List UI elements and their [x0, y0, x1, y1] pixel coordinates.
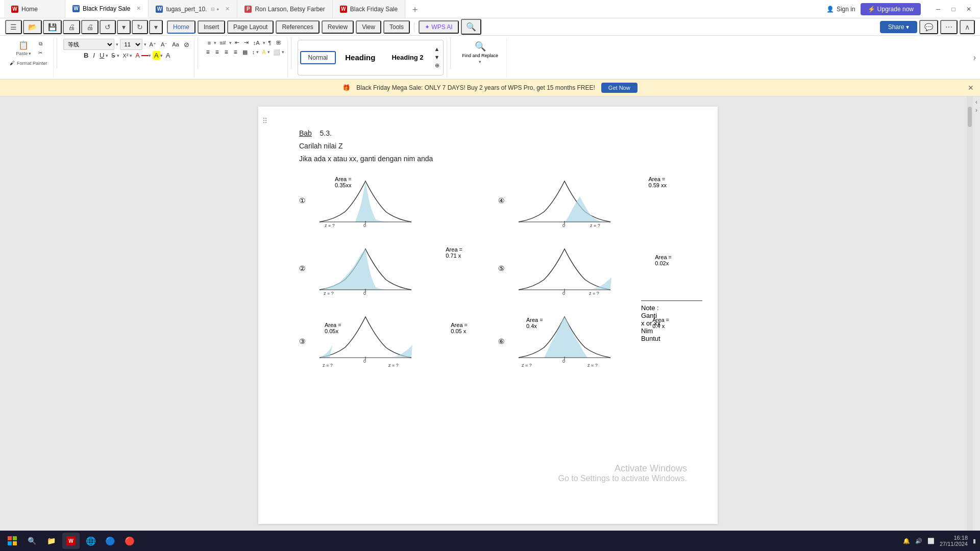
menu-insert-tab[interactable]: Insert — [198, 20, 225, 34]
find-replace-dropdown[interactable]: ▾ — [479, 59, 481, 64]
shading-dropdown[interactable]: ▾ — [267, 49, 270, 55]
font-name-dropdown[interactable]: ▾ — [116, 42, 118, 47]
format-painter-button[interactable]: 🖌 Format Painter — [7, 59, 50, 67]
start-button[interactable] — [4, 533, 20, 549]
open-file-button[interactable]: 📂 — [23, 20, 42, 34]
menu-home-tab[interactable]: Home — [167, 20, 195, 34]
more-button[interactable]: ⋯ — [940, 20, 958, 34]
border-dropdown[interactable]: ▾ — [282, 49, 284, 55]
undo-dropdown-button[interactable]: ▾ — [117, 20, 131, 34]
change-case-button[interactable]: Aa — [170, 41, 180, 48]
underline-button[interactable]: U — [98, 51, 106, 60]
menu-review-tab[interactable]: Review — [322, 20, 354, 34]
panel-arrow-up[interactable]: ‹ — [975, 98, 977, 106]
superscript-button[interactable]: X² — [121, 52, 130, 59]
bullets-button[interactable]: ≡ — [206, 39, 212, 46]
align-right-button[interactable]: ≡ — [223, 47, 230, 57]
strikethrough-button[interactable]: S̶ — [110, 52, 117, 60]
tab-black-friday[interactable]: W Black Friday Sale ✕ — [65, 0, 149, 18]
increase-font-button[interactable]: A⁺ — [148, 41, 158, 48]
tab-tugas[interactable]: W tugas_pert_10. ⊟ ● ✕ — [149, 0, 237, 18]
copy-button[interactable]: ⧉ — [36, 40, 44, 48]
italic-button[interactable]: I — [91, 51, 96, 60]
styles-scroll-up[interactable]: ▲ — [433, 45, 442, 53]
text-effect-button[interactable]: A — [164, 51, 172, 60]
paste-dropdown[interactable]: ▾ — [29, 51, 31, 56]
bullets-dropdown[interactable]: ▾ — [214, 40, 216, 45]
minimize-button[interactable]: ─ — [931, 4, 945, 14]
ribbon-right-chevron[interactable]: › — [973, 38, 976, 77]
drag-handle[interactable]: ⠿ — [262, 117, 267, 125]
spacing-dropdown[interactable]: ▾ — [256, 49, 259, 55]
show-marks-button[interactable]: ¶ — [267, 39, 273, 46]
sign-in-button[interactable]: 👤 Sign in — [826, 6, 855, 13]
maximize-button[interactable]: □ — [946, 4, 961, 14]
line-spacing-button[interactable]: ↕ — [251, 48, 257, 56]
paste-button[interactable]: 📋 Paste ▾ — [12, 39, 35, 58]
panel-arrow-down[interactable]: › — [975, 107, 977, 114]
font-color-button[interactable]: A — [134, 51, 141, 60]
taskbar-search-button[interactable]: 🔍 — [23, 533, 40, 549]
taskbar-wps-app[interactable]: W — [62, 533, 80, 549]
insert-table-button[interactable]: ⊞ — [275, 39, 282, 46]
save-button[interactable]: 💾 — [43, 20, 62, 34]
taskbar-file-button[interactable]: 📁 — [43, 533, 59, 549]
redo-dropdown-button[interactable]: ▾ — [149, 20, 163, 34]
shading-button[interactable]: A — [260, 48, 267, 56]
text-sort-button[interactable]: ↕A — [252, 39, 261, 46]
taskbar-app4-button[interactable]: 🔵 — [102, 533, 118, 549]
numbering-button[interactable]: ≡# — [218, 39, 228, 46]
decrease-font-button[interactable]: A⁻ — [159, 41, 169, 48]
numbering-dropdown[interactable]: ▾ — [229, 40, 232, 45]
text-sort-dropdown[interactable]: ▾ — [263, 40, 265, 45]
print-button[interactable]: 🖨 — [81, 20, 99, 34]
tab-bf2[interactable]: W Black Friday Sale — [333, 0, 405, 18]
close-button[interactable]: ✕ — [962, 4, 976, 14]
get-now-button[interactable]: Get Now — [601, 83, 638, 93]
font-size-select[interactable]: 11 — [120, 39, 142, 50]
highlight-color-dropdown[interactable]: ▾ — [160, 53, 163, 58]
font-size-dropdown[interactable]: ▾ — [144, 42, 146, 47]
menu-tools-tab[interactable]: Tools — [383, 20, 410, 34]
font-color-dropdown[interactable]: ▾ — [149, 53, 151, 58]
style-heading1-button[interactable]: Heading — [338, 51, 382, 64]
redo-button[interactable]: ↻ — [132, 20, 148, 34]
save-as-button[interactable]: 🖨 — [63, 20, 80, 34]
underline-dropdown[interactable]: ▾ — [106, 53, 108, 58]
styles-expand[interactable]: ⊕ — [433, 62, 442, 69]
add-tab-button[interactable]: ＋ — [405, 0, 425, 18]
taskbar-app5-button[interactable]: 🔴 — [121, 533, 138, 549]
align-justify-button[interactable]: ≡ — [232, 47, 239, 57]
align-left-button[interactable]: ≡ — [204, 47, 212, 57]
tab-tugas-close[interactable]: ✕ — [225, 6, 230, 12]
cut-button[interactable]: ✂ — [36, 49, 44, 57]
share-button[interactable]: Share ▾ — [880, 21, 917, 33]
highlight-button[interactable]: A — [153, 51, 160, 60]
border-button[interactable]: ⬜ — [272, 48, 282, 56]
styles-scroll-down[interactable]: ▼ — [433, 54, 442, 61]
columns-button[interactable]: ▦ — [241, 48, 249, 56]
font-name-select[interactable]: 等线 — [63, 39, 114, 50]
decrease-indent-button[interactable]: ⇤ — [233, 39, 241, 46]
highlight-dropdown[interactable]: ▾ — [117, 53, 119, 58]
collapse-ribbon-button[interactable]: ∧ — [960, 20, 975, 34]
undo-button[interactable]: ↺ — [100, 20, 116, 34]
wps-ai-button[interactable]: ✦ WPS AI — [419, 20, 459, 34]
promo-close-button[interactable]: ✕ — [968, 84, 974, 92]
sub-super-dropdown[interactable]: ▾ — [130, 53, 132, 58]
taskbar-show-desktop[interactable]: ▮ — [973, 538, 976, 544]
tab-ron[interactable]: P Ron Larson, Betsy Farber — [237, 0, 332, 18]
upgrade-button[interactable]: ⚡ Upgrade now — [861, 3, 921, 15]
tab-bf-close[interactable]: ✕ — [136, 5, 141, 12]
menu-view-tab[interactable]: View — [356, 20, 381, 34]
ribbon-expand-icon[interactable]: › — [973, 53, 976, 62]
search-button[interactable]: 🔍 — [461, 19, 481, 35]
menu-toggle-button[interactable]: ☰ — [5, 20, 22, 34]
taskbar-chrome-button[interactable]: 🌐 — [83, 533, 99, 549]
document-wrapper[interactable]: ⠿ Bab 5.3. Carilah nilai Z Jika ada x at… — [9, 96, 967, 534]
increase-indent-button[interactable]: ⇥ — [242, 39, 250, 46]
bold-button[interactable]: B — [82, 51, 90, 60]
scrollbar-right[interactable] — [967, 96, 973, 534]
menu-references-tab[interactable]: References — [276, 20, 319, 34]
menu-page-layout-tab[interactable]: Page Layout — [227, 20, 274, 34]
